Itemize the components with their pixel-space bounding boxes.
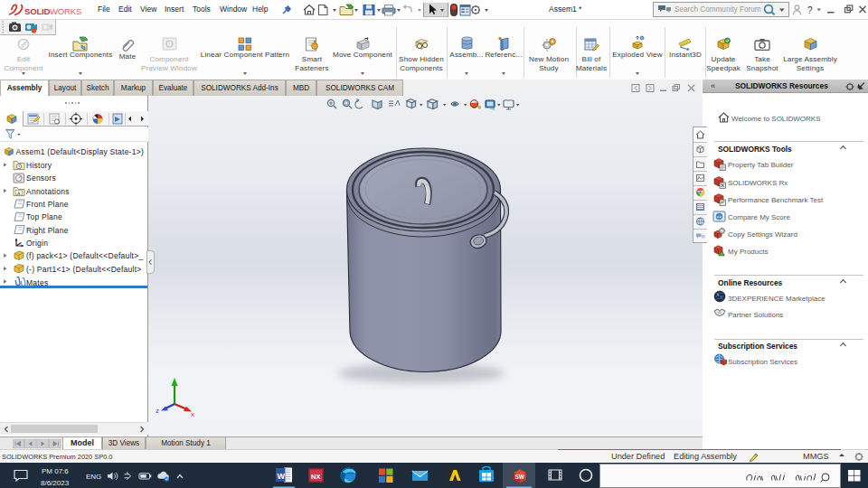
svg-text:z: z bbox=[156, 407, 159, 415]
svg-text:x: x bbox=[191, 410, 194, 418]
svg-text:WORKS: WORKS bbox=[50, 6, 81, 16]
svg-text:W: W bbox=[278, 472, 286, 481]
svg-text:?: ? bbox=[807, 5, 813, 15]
svg-text:SOLID: SOLID bbox=[24, 6, 51, 16]
svg-text:SW: SW bbox=[515, 474, 525, 480]
svg-text:NX: NX bbox=[311, 473, 320, 481]
svg-text:A: A bbox=[17, 191, 21, 196]
